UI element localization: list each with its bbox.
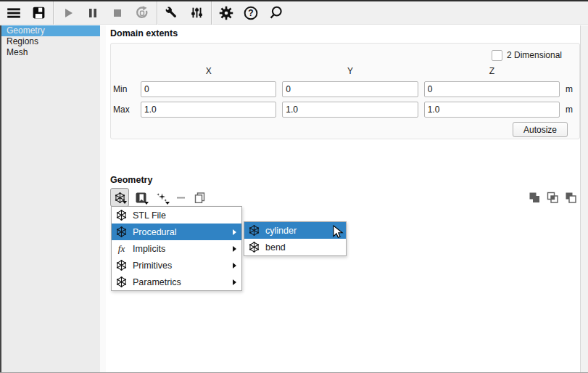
help-icon: ? <box>243 5 259 21</box>
max-unit-label: m <box>566 104 577 115</box>
add-geometry-menu: STL File Procedural fx Implicits <box>111 206 242 291</box>
menu-item-label: Procedural <box>133 227 233 237</box>
remove-geometry-button[interactable] <box>173 188 188 207</box>
submenu-item-bend[interactable]: bend <box>244 239 346 255</box>
menu-item-label: Primitives <box>133 261 233 271</box>
boolean-difference-button[interactable] <box>563 188 579 207</box>
submenu-arrow-icon <box>233 279 236 285</box>
sidebar-item-geometry[interactable]: Geometry <box>1 25 100 36</box>
column-header-y: Y <box>282 66 418 76</box>
pause-icon <box>86 6 100 20</box>
min-x-field[interactable] <box>141 81 276 97</box>
reset-button[interactable] <box>130 3 154 23</box>
menu-item-procedural[interactable]: Procedural <box>112 224 241 240</box>
max-x-field[interactable] <box>141 102 276 118</box>
submenu-item-cylinder[interactable]: cylinder <box>244 222 346 239</box>
function-fx-icon: fx <box>116 243 127 255</box>
submenu-arrow-icon <box>233 263 236 269</box>
save-icon <box>31 5 46 20</box>
dropdown-caret-icon <box>144 202 149 205</box>
column-header-z: Z <box>424 66 560 76</box>
main-body: Geometry Regions Mesh Domain extents 2 D… <box>0 25 588 372</box>
sidebar-item-regions[interactable]: Regions <box>1 36 100 47</box>
submenu-arrow-icon <box>233 246 236 252</box>
two-dimensional-checkbox[interactable] <box>492 50 502 61</box>
geometry-toolbar <box>110 187 579 208</box>
difference-icon <box>564 191 577 204</box>
sidebar: Geometry Regions Mesh <box>1 25 100 372</box>
max-label: Max <box>113 104 135 115</box>
menu-item-stl-file[interactable]: STL File <box>112 207 241 224</box>
autosize-row: Autosize <box>513 122 568 137</box>
submenu-item-label: bend <box>265 242 341 253</box>
dropdown-caret-icon <box>165 202 170 205</box>
gear-icon <box>218 5 234 21</box>
sidebar-item-mesh[interactable]: Mesh <box>1 47 100 58</box>
toolbar-separator <box>157 1 157 25</box>
menu-item-implicits[interactable]: fx Implicits <box>112 240 241 257</box>
geometry-cube-icon <box>116 210 127 221</box>
minus-icon <box>175 192 186 203</box>
mouse-cursor <box>333 225 344 239</box>
geometry-cube-icon <box>116 276 127 287</box>
submenu-arrow-icon <box>233 229 236 235</box>
save-button[interactable] <box>26 3 51 23</box>
menu-item-primitives[interactable]: Primitives <box>112 257 241 274</box>
submenu-item-label: cylinder <box>265 226 341 236</box>
min-z-field[interactable] <box>424 81 560 97</box>
union-icon <box>528 191 541 204</box>
stop-button[interactable] <box>105 3 130 23</box>
import-surface-button[interactable] <box>131 188 150 207</box>
help-button[interactable]: ? <box>239 3 263 23</box>
main-toolbar: ? <box>0 1 588 25</box>
sidebar-gutter <box>100 25 106 372</box>
boolean-union-button[interactable] <box>526 188 542 207</box>
hamburger-icon <box>6 5 22 21</box>
two-dimensional-row: 2 Dimensional <box>492 49 562 61</box>
auto-create-button[interactable] <box>152 188 171 207</box>
app-window: ? Geometry Regions Mesh Domain extents 2… <box>0 0 588 373</box>
search-icon <box>268 5 283 20</box>
procedural-submenu: cylinder bend <box>244 221 347 256</box>
domain-extents-title: Domain extents <box>110 28 178 38</box>
search-button[interactable] <box>263 3 288 23</box>
max-row: Max m <box>113 101 577 118</box>
geometry-cube-icon <box>249 225 260 236</box>
axis-header-row: X Y Z <box>113 65 577 76</box>
reset-icon <box>134 5 150 21</box>
run-button[interactable] <box>56 3 80 23</box>
pause-button[interactable] <box>80 3 105 23</box>
parameters-button[interactable] <box>184 3 209 23</box>
max-y-field[interactable] <box>282 102 418 118</box>
two-dimensional-label: 2 Dimensional <box>507 50 562 60</box>
play-icon <box>61 6 75 20</box>
min-y-field[interactable] <box>282 81 418 97</box>
min-unit-label: m <box>566 84 577 94</box>
max-z-field[interactable] <box>424 102 560 118</box>
domain-extents-panel: 2 Dimensional X Y Z Min m Ma <box>110 43 580 139</box>
min-row: Min m <box>113 81 577 97</box>
menu-item-label: Implicits <box>133 244 233 254</box>
menu-item-label: STL File <box>133 210 236 221</box>
geometry-title: Geometry <box>110 175 152 185</box>
geometry-cube-icon <box>116 260 127 271</box>
toolbar-separator <box>211 1 212 25</box>
sliders-icon <box>189 5 204 20</box>
dropdown-caret-icon <box>123 201 127 204</box>
boolean-intersection-button[interactable] <box>544 188 560 207</box>
stop-icon <box>110 6 125 20</box>
geometry-cube-icon <box>249 242 260 253</box>
wrench-icon <box>164 5 180 21</box>
settings-button[interactable] <box>214 3 239 23</box>
tools-button[interactable] <box>160 3 184 23</box>
duplicate-geometry-button[interactable] <box>190 188 209 207</box>
menu-item-label: Parametrics <box>133 277 233 287</box>
autosize-button[interactable]: Autosize <box>513 122 568 137</box>
add-geometry-button[interactable] <box>110 188 129 207</box>
content-pane: Domain extents 2 Dimensional X Y Z Min <box>106 25 580 372</box>
svg-text:?: ? <box>248 8 253 18</box>
menu-button[interactable] <box>1 3 26 23</box>
menu-item-parametrics[interactable]: Parametrics <box>112 274 241 290</box>
min-label: Min <box>113 84 135 94</box>
vertical-scrollbar[interactable] <box>580 25 588 372</box>
